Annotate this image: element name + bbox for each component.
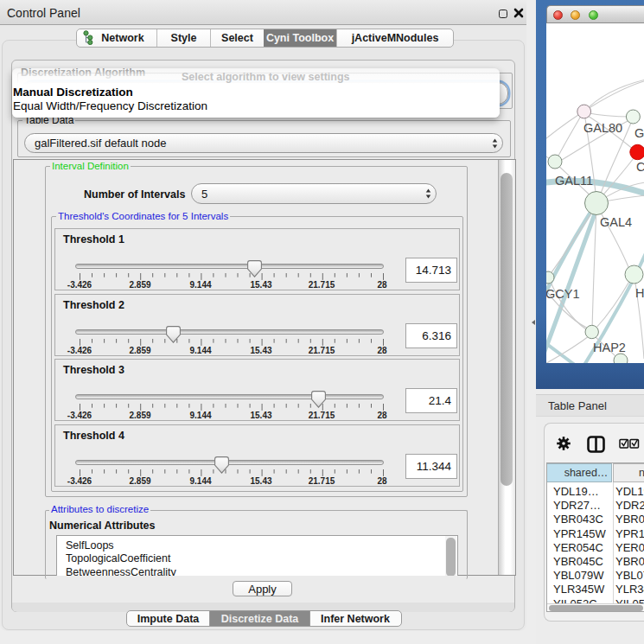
svg-text:C: C: [636, 160, 644, 174]
svg-text:GAL80: GAL80: [583, 121, 622, 135]
svg-text:HAP2: HAP2: [593, 341, 626, 354]
svg-text:HI: HI: [635, 286, 644, 300]
svg-text:GA: GA: [634, 126, 644, 140]
svg-text:GAL11: GAL11: [555, 174, 593, 188]
svg-text:GAL4: GAL4: [600, 215, 632, 229]
svg-text:GCY1: GCY1: [546, 287, 580, 301]
